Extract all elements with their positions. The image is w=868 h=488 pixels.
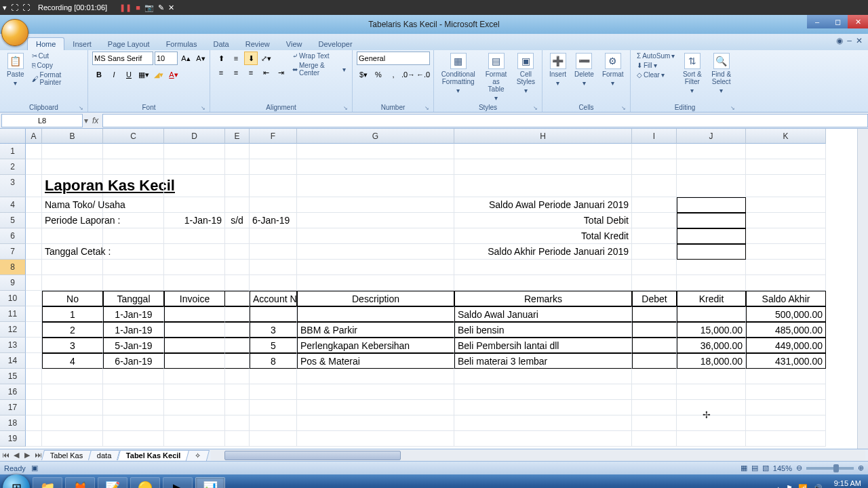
cell[interactable]: Beli Pembersih lantai dll bbox=[454, 338, 632, 353]
cell[interactable] bbox=[164, 353, 225, 369]
cell[interactable] bbox=[746, 431, 826, 447]
cell[interactable]: Saldo Akhir bbox=[746, 291, 826, 306]
cell[interactable] bbox=[677, 415, 746, 431]
cell[interactable] bbox=[250, 384, 297, 400]
cell[interactable]: Pos & Materai bbox=[297, 353, 454, 369]
cell[interactable]: No bbox=[42, 291, 103, 306]
percent-button[interactable]: % bbox=[372, 68, 385, 81]
cell[interactable]: Account No. bbox=[250, 291, 297, 306]
cell[interactable]: 36,000.00 bbox=[677, 338, 746, 353]
cell[interactable] bbox=[632, 322, 677, 338]
cell[interactable] bbox=[250, 431, 297, 447]
cell[interactable] bbox=[632, 306, 677, 322]
cell[interactable] bbox=[42, 260, 103, 275]
col-header[interactable]: C bbox=[103, 129, 164, 144]
cell[interactable]: Nama Toko/ Usaha bbox=[42, 197, 103, 213]
cell[interactable] bbox=[26, 400, 42, 415]
fill-button[interactable]: ⬇ Fill▾ bbox=[635, 61, 677, 70]
cell[interactable] bbox=[677, 244, 746, 260]
cell[interactable] bbox=[250, 228, 297, 244]
col-header[interactable]: G bbox=[297, 129, 454, 144]
border-button[interactable]: ▦▾ bbox=[137, 68, 151, 81]
cell[interactable] bbox=[454, 369, 632, 384]
cell[interactable] bbox=[26, 175, 42, 197]
tab-view[interactable]: View bbox=[278, 38, 311, 50]
zoom-slider[interactable] bbox=[806, 467, 854, 470]
cell[interactable]: 3 bbox=[250, 322, 297, 338]
row-header[interactable]: 14 bbox=[0, 353, 26, 369]
cell[interactable] bbox=[297, 275, 454, 291]
sheet-tab[interactable]: Tabel Kas bbox=[41, 450, 92, 460]
cell[interactable] bbox=[250, 369, 297, 384]
cell[interactable] bbox=[746, 400, 826, 415]
cell[interactable] bbox=[164, 338, 225, 353]
align-left-button[interactable]: ≡ bbox=[214, 66, 228, 79]
cell[interactable] bbox=[225, 384, 250, 400]
cell[interactable]: Saldo Akhir Periode Januari 2019 bbox=[454, 244, 632, 260]
pen-icon[interactable]: ✎ bbox=[158, 3, 164, 12]
row-header[interactable]: 10 bbox=[0, 291, 26, 306]
cell[interactable]: Debet bbox=[632, 291, 677, 306]
close-recorder-icon[interactable]: ✕ bbox=[168, 3, 174, 12]
cell[interactable] bbox=[42, 431, 103, 447]
cell[interactable] bbox=[225, 144, 250, 159]
cell[interactable]: Saldo Awal Periode Januari 2019 bbox=[454, 197, 632, 213]
row-header[interactable]: 8 bbox=[0, 260, 26, 275]
cell[interactable]: 5-Jan-19 bbox=[103, 338, 164, 353]
col-header[interactable]: D bbox=[164, 129, 225, 144]
cell[interactable] bbox=[225, 275, 250, 291]
row-headers[interactable]: 12345678910111213141516171819 bbox=[0, 144, 26, 447]
cell[interactable]: 1 bbox=[42, 306, 103, 322]
cell[interactable] bbox=[297, 431, 454, 447]
cell[interactable] bbox=[164, 306, 225, 322]
row-header[interactable]: 1 bbox=[0, 144, 26, 159]
cell[interactable] bbox=[42, 384, 103, 400]
cell[interactable] bbox=[677, 144, 746, 159]
cell[interactable] bbox=[103, 213, 164, 228]
cell[interactable] bbox=[454, 159, 632, 175]
dec-indent-button[interactable]: ⇤ bbox=[259, 66, 273, 79]
cell[interactable] bbox=[297, 144, 454, 159]
cell[interactable] bbox=[297, 244, 454, 260]
cell[interactable] bbox=[677, 260, 746, 275]
col-header[interactable]: A bbox=[26, 129, 42, 144]
cell[interactable] bbox=[42, 275, 103, 291]
sheet-nav-first-icon[interactable]: ⏮ bbox=[0, 451, 11, 460]
cell[interactable] bbox=[297, 260, 454, 275]
cell[interactable] bbox=[103, 431, 164, 447]
cell[interactable]: Tanggal bbox=[103, 291, 164, 306]
cell[interactable] bbox=[632, 228, 677, 244]
task-chrome[interactable]: 🟡 bbox=[130, 477, 160, 488]
cell[interactable]: Description bbox=[297, 291, 454, 306]
shrink-font-button[interactable]: A▾ bbox=[194, 52, 208, 65]
wrap-text-button[interactable]: ⤶ Wrap Text bbox=[290, 52, 348, 60]
cell[interactable] bbox=[26, 353, 42, 369]
cell[interactable] bbox=[454, 384, 632, 400]
tray-expand-icon[interactable]: ▴ bbox=[776, 484, 781, 489]
tab-page-layout[interactable]: Page Layout bbox=[100, 38, 158, 50]
row-header[interactable]: 12 bbox=[0, 322, 26, 338]
cell[interactable] bbox=[26, 197, 42, 213]
tab-developer[interactable]: Developer bbox=[310, 38, 360, 50]
font-color-button[interactable]: A▾ bbox=[167, 68, 180, 81]
col-header[interactable]: E bbox=[225, 129, 250, 144]
cell[interactable]: 2 bbox=[42, 322, 103, 338]
cell[interactable] bbox=[164, 159, 225, 175]
row-header[interactable]: 11 bbox=[0, 306, 26, 322]
cell[interactable]: BBM & Parkir bbox=[297, 322, 454, 338]
tray-volume-icon[interactable]: 🔊 bbox=[813, 484, 823, 489]
close-doc-icon[interactable]: ✕ bbox=[856, 36, 863, 45]
minimize-button[interactable]: – bbox=[807, 15, 827, 28]
cell[interactable] bbox=[225, 291, 250, 306]
align-top-button[interactable]: ⬆ bbox=[214, 52, 228, 65]
cell[interactable] bbox=[225, 175, 250, 197]
cell[interactable] bbox=[454, 275, 632, 291]
cell[interactable] bbox=[164, 260, 225, 275]
sort-filter-button[interactable]: ⇅Sort & Filter▾ bbox=[679, 52, 705, 96]
dec-decimal-button[interactable]: ←.0 bbox=[416, 68, 430, 81]
cell[interactable] bbox=[250, 306, 297, 322]
office-button[interactable] bbox=[1, 19, 28, 46]
cell[interactable] bbox=[250, 244, 297, 260]
vertical-scrollbar[interactable] bbox=[857, 129, 868, 449]
format-as-table-button[interactable]: ▤Format as Table▾ bbox=[481, 52, 511, 103]
